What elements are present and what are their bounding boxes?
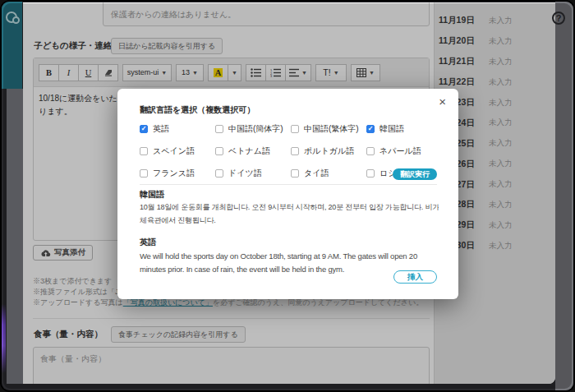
language-option: スペイン語: [140, 145, 215, 157]
language-label: ドイツ語: [228, 168, 262, 179]
language-label: ポルトガル語: [304, 145, 354, 157]
result-heading-english: 英語: [140, 237, 156, 248]
result-english-text: We will hold the sports day on October 1…: [140, 250, 439, 275]
checkbox-unchecked[interactable]: [291, 169, 299, 178]
language-label: フランス語: [153, 168, 195, 179]
translate-execute-button[interactable]: 翻訳実行: [393, 168, 437, 180]
modal-title: 翻訳言語を選択（複数選択可）: [140, 104, 437, 116]
checkbox-checked[interactable]: ✓: [140, 125, 148, 133]
result-heading-korean: 韓国語: [140, 189, 164, 201]
result-korean-line: 10월 18일에 운동회를 개최합니다. 오전 9시부터 시작하며, 20분 전…: [140, 201, 439, 214]
result-korean-text: 10월 18일에 운동회를 개최합니다. 오전 9시부터 시작하며, 20분 전…: [140, 201, 439, 227]
checkbox-unchecked[interactable]: [366, 147, 375, 155]
result-english-line: We will hold the sports day on October 1…: [140, 250, 439, 263]
checkbox-unchecked[interactable]: [215, 169, 223, 178]
language-option: 中国語(簡体字): [215, 123, 291, 135]
language-label: ベトナム語: [228, 145, 270, 157]
language-label: タイ語: [304, 168, 329, 179]
language-option: ドイツ語: [215, 168, 291, 179]
language-label: スペイン語: [153, 145, 195, 157]
checkbox-unchecked[interactable]: [215, 125, 223, 133]
checkbox-unchecked[interactable]: [140, 147, 148, 155]
language-label: 中国語(繁体字): [304, 123, 359, 135]
app-screenshot: 保護者からの連絡はありません。 子どもの様子・連絡事項 日誌から記載内容を引用す…: [0, 0, 575, 392]
language-option: ベトナム語: [215, 145, 291, 157]
close-icon[interactable]: ×: [435, 94, 449, 109]
language-label: 英語: [153, 123, 169, 135]
language-option: タイ語: [291, 168, 366, 179]
language-option: ✓英語: [140, 123, 215, 135]
language-label: 韓国語: [380, 123, 404, 135]
insert-button[interactable]: 挿入: [393, 270, 437, 284]
checkbox-unchecked[interactable]: [291, 147, 299, 155]
checkbox-unchecked[interactable]: [291, 125, 299, 133]
language-label: ネパール語: [380, 145, 421, 157]
language-option: ネパール語: [366, 145, 442, 157]
language-option: フランス語: [140, 168, 215, 179]
result-korean-line: 체육관에서 진행됩니다.: [140, 214, 439, 228]
language-option: ポルトガル語: [291, 145, 366, 157]
translation-modal: × 翻訳言語を選択（複数選択可） ✓英語中国語(簡体字)中国語(繁体字)✓韓国語…: [117, 89, 458, 299]
checkbox-unchecked[interactable]: [215, 147, 223, 155]
language-option: 中国語(繁体字): [291, 123, 366, 135]
checkbox-unchecked[interactable]: [140, 169, 148, 178]
checkbox-checked[interactable]: ✓: [366, 125, 375, 133]
language-label: 中国語(簡体字): [228, 123, 283, 135]
modal-divider: [140, 184, 437, 185]
checkbox-unchecked[interactable]: [366, 169, 375, 178]
language-option: ✓韓国語: [366, 123, 442, 135]
language-checkbox-grid: ✓英語中国語(簡体字)中国語(繁体字)✓韓国語スペイン語ベトナム語ポルトガル語ネ…: [140, 123, 437, 179]
